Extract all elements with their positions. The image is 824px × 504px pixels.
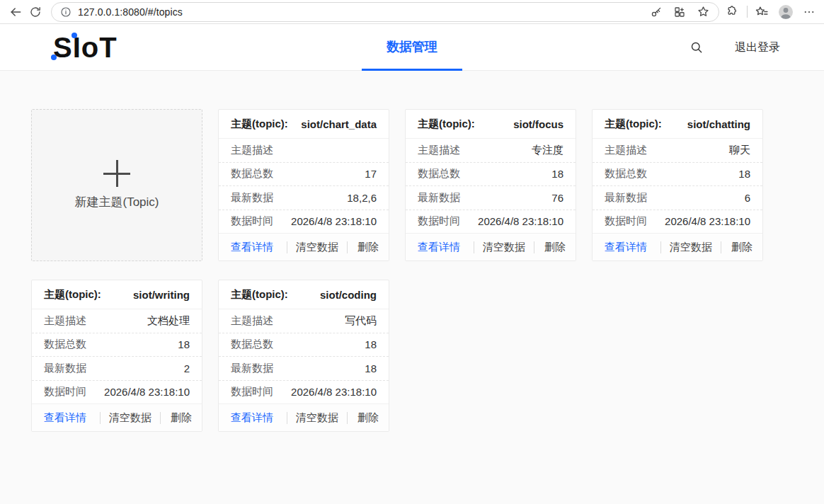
time-value: 2026/4/8 23:18:10 bbox=[104, 386, 190, 398]
total-value: 18 bbox=[178, 338, 190, 350]
avatar[interactable] bbox=[777, 4, 794, 21]
topic-card-actions: 查看详情 清空数据 删除 bbox=[32, 403, 202, 431]
latest-value: 18,2,6 bbox=[347, 192, 377, 204]
topic-name: siot/chatting bbox=[687, 118, 750, 130]
time-label: 数据时间 bbox=[44, 385, 86, 399]
latest-value: 18 bbox=[365, 362, 377, 374]
time-row: 数据时间 2026/4/8 23:18:10 bbox=[593, 210, 762, 234]
total-row: 数据总数 18 bbox=[593, 163, 762, 187]
topic-card-header: 主题(topic): siot/coding bbox=[219, 280, 389, 309]
desc-value: 聊天 bbox=[729, 144, 750, 157]
total-value: 18 bbox=[365, 338, 377, 350]
view-detail-link[interactable]: 查看详情 bbox=[406, 241, 474, 254]
latest-value: 6 bbox=[745, 192, 750, 204]
total-row: 数据总数 18 bbox=[406, 163, 576, 187]
view-detail-link[interactable]: 查看详情 bbox=[219, 411, 287, 425]
view-detail-link[interactable]: 查看详情 bbox=[219, 241, 287, 254]
topic-card: 主题(topic): siot/focus 主题描述 专注度 数据总数 18 最… bbox=[405, 109, 576, 261]
delete-link[interactable]: 删除 bbox=[348, 241, 389, 254]
siot-logo-text: SIoT bbox=[53, 32, 118, 63]
clear-data-link[interactable]: 清空数据 bbox=[287, 241, 347, 254]
extensions-icon[interactable] bbox=[725, 5, 738, 18]
topic-card-body: 主题描述 文档处理 数据总数 18 最新数据 2 数据时间 2026/4/8 2… bbox=[32, 309, 202, 403]
desc-label: 主题描述 bbox=[418, 144, 460, 157]
total-label: 数据总数 bbox=[231, 338, 273, 351]
latest-label: 最新数据 bbox=[231, 191, 273, 205]
topic-prefix-label: 主题(topic): bbox=[231, 288, 288, 302]
desc-row: 主题描述 文档处理 bbox=[32, 309, 202, 333]
delete-link[interactable]: 删除 bbox=[721, 241, 762, 254]
total-value: 18 bbox=[738, 168, 750, 180]
clear-data-link[interactable]: 清空数据 bbox=[661, 241, 721, 254]
total-label: 数据总数 bbox=[418, 167, 460, 181]
view-detail-link[interactable]: 查看详情 bbox=[32, 411, 100, 425]
plus-icon bbox=[103, 160, 130, 187]
latest-label: 最新数据 bbox=[231, 362, 273, 375]
topic-card-actions: 查看详情 清空数据 删除 bbox=[219, 403, 389, 431]
total-label: 数据总数 bbox=[605, 167, 647, 181]
key-icon[interactable] bbox=[650, 6, 663, 18]
latest-row: 最新数据 18 bbox=[219, 357, 389, 381]
latest-label: 最新数据 bbox=[605, 191, 647, 205]
clear-data-link[interactable]: 清空数据 bbox=[101, 411, 160, 425]
topic-card: 主题(topic): siot/coding 主题描述 写代码 数据总数 18 … bbox=[218, 280, 389, 432]
latest-row: 最新数据 76 bbox=[406, 186, 576, 210]
desc-label: 主题描述 bbox=[44, 314, 86, 328]
clear-data-link[interactable]: 清空数据 bbox=[287, 411, 347, 425]
total-row: 数据总数 18 bbox=[219, 333, 389, 357]
tab-data-management[interactable]: 数据管理 bbox=[362, 24, 462, 71]
topic-card-body: 主题描述 数据总数 17 最新数据 18,2,6 数据时间 2026/4/8 2… bbox=[219, 139, 389, 233]
more-menu-icon[interactable] bbox=[803, 6, 816, 18]
desc-label: 主题描述 bbox=[231, 314, 273, 328]
delete-link[interactable]: 删除 bbox=[348, 411, 389, 425]
topic-card: 主题(topic): siot/writing 主题描述 文档处理 数据总数 1… bbox=[31, 280, 202, 432]
apps-grid-icon[interactable] bbox=[673, 6, 686, 18]
app-header: SIoT 数据管理 退出登录 bbox=[0, 24, 824, 71]
time-row: 数据时间 2026/4/8 23:18:10 bbox=[406, 210, 576, 234]
topic-card-header: 主题(topic): siot/chart_data bbox=[219, 110, 389, 139]
topic-prefix-label: 主题(topic): bbox=[231, 118, 288, 131]
time-row: 数据时间 2026/4/8 23:18:10 bbox=[219, 210, 389, 234]
time-label: 数据时间 bbox=[605, 214, 647, 228]
topic-name: siot/coding bbox=[320, 289, 377, 301]
topic-card: 主题(topic): siot/chart_data 主题描述 数据总数 17 … bbox=[218, 109, 389, 261]
back-icon[interactable] bbox=[6, 2, 25, 22]
desc-value: 文档处理 bbox=[147, 314, 190, 328]
info-icon[interactable] bbox=[60, 6, 71, 18]
latest-row: 最新数据 6 bbox=[593, 186, 762, 210]
topic-card-actions: 查看详情 清空数据 删除 bbox=[406, 233, 576, 260]
delete-link[interactable]: 删除 bbox=[161, 411, 202, 425]
address-bar[interactable]: 127.0.0.1:8080/#/topics bbox=[51, 2, 719, 22]
new-topic-card[interactable]: 新建主题(Topic) bbox=[31, 109, 202, 261]
favorites-list-icon[interactable] bbox=[755, 5, 769, 19]
desc-row: 主题描述 聊天 bbox=[593, 139, 762, 163]
browser-toolbar: 127.0.0.1:8080/#/topics bbox=[0, 0, 824, 24]
refresh-icon[interactable] bbox=[25, 2, 45, 22]
topic-card-body: 主题描述 聊天 数据总数 18 最新数据 6 数据时间 2026/4/8 23:… bbox=[593, 139, 762, 233]
desc-row: 主题描述 专注度 bbox=[406, 139, 576, 163]
clear-data-link[interactable]: 清空数据 bbox=[474, 241, 534, 254]
total-row: 数据总数 17 bbox=[219, 163, 389, 187]
topic-card-actions: 查看详情 清空数据 删除 bbox=[593, 233, 762, 260]
desc-row: 主题描述 bbox=[219, 139, 389, 163]
logout-button[interactable]: 退出登录 bbox=[735, 40, 780, 55]
topic-name: siot/chart_data bbox=[301, 118, 377, 130]
delete-link[interactable]: 删除 bbox=[534, 241, 576, 254]
topic-card-header: 主题(topic): siot/focus bbox=[406, 110, 576, 139]
favorite-star-icon[interactable] bbox=[697, 5, 710, 18]
topics-page: 新建主题(Topic) 主题(topic): siot/chart_data 主… bbox=[0, 71, 824, 504]
main-nav: 数据管理 bbox=[362, 24, 462, 71]
view-detail-link[interactable]: 查看详情 bbox=[593, 241, 660, 254]
topic-cards-grid: 新建主题(Topic) 主题(topic): siot/chart_data 主… bbox=[31, 109, 763, 432]
siot-logo[interactable]: SIoT bbox=[53, 33, 118, 62]
total-value: 18 bbox=[551, 168, 563, 180]
search-icon[interactable] bbox=[689, 40, 704, 55]
topic-name: siot/writing bbox=[133, 289, 190, 301]
time-label: 数据时间 bbox=[231, 385, 273, 399]
desc-label: 主题描述 bbox=[231, 144, 273, 157]
logo-dot-top bbox=[71, 33, 77, 38]
latest-label: 最新数据 bbox=[418, 191, 460, 205]
header-actions: 退出登录 bbox=[689, 24, 824, 71]
url-text[interactable]: 127.0.0.1:8080/#/topics bbox=[78, 6, 183, 18]
time-row: 数据时间 2026/4/8 23:18:10 bbox=[32, 381, 202, 404]
